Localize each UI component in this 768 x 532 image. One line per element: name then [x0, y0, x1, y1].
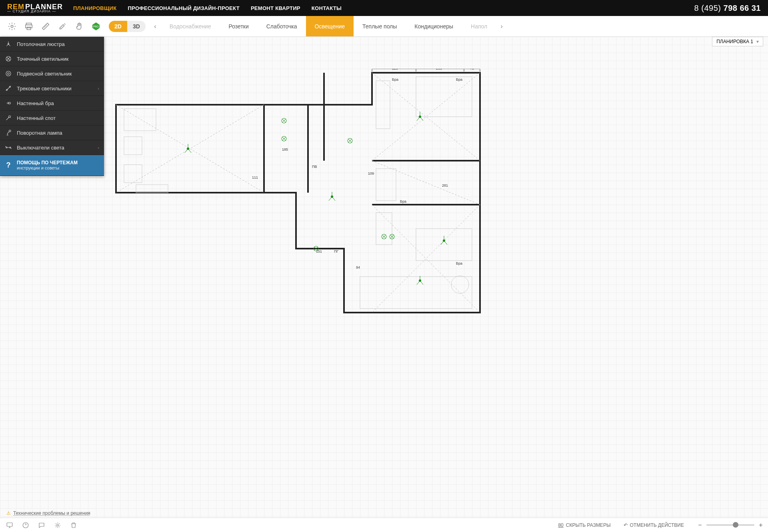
tab-ac[interactable]: Кондиционеры [406, 16, 462, 36]
settings-gear-icon[interactable] [5, 19, 19, 34]
tab-flooring[interactable]: Напол [462, 16, 496, 36]
logo-sub: — СТУДИЯ ДИЗАЙНА — [7, 10, 63, 13]
phone-prefix: 8 (495) [694, 4, 724, 12]
nav-contacts[interactable]: КОНТАКТЫ [312, 5, 342, 11]
hand-icon[interactable] [72, 19, 86, 34]
view-3d[interactable]: 3D [127, 21, 146, 32]
tools-icon[interactable] [55, 19, 70, 34]
nav-design[interactable]: ПРОФЕССИОНАЛЬНЫЙ ДИЗАЙН-ПРОЕКТ [128, 5, 239, 11]
view-2d[interactable]: 2D [109, 21, 127, 32]
tab-water[interactable]: Водоснабжение [161, 16, 220, 36]
tab-heatedfloor[interactable]: Теплые полы [354, 16, 406, 36]
svg-rect-3 [27, 27, 30, 29]
header-phone: 8 (495) 798 66 31 [694, 4, 761, 13]
tab-lighting[interactable]: Освещение [306, 16, 354, 36]
tool-icons: PRO [3, 19, 105, 34]
tabs-prev-icon[interactable]: ‹ [150, 16, 161, 36]
svg-point-0 [11, 25, 13, 28]
category-tabs: ‹ Водоснабжение Розетки Слаботочка Освещ… [150, 16, 765, 36]
tab-lowcurrent[interactable]: Слаботочка [258, 16, 306, 36]
main-nav: ПЛАНИРОВЩИК ПРОФЕССИОНАЛЬНЫЙ ДИЗАЙН-ПРОЕ… [73, 5, 342, 11]
top-header: REM PLANNER — СТУДИЯ ДИЗАЙНА — ПЛАНИРОВЩ… [0, 0, 768, 16]
pro-badge-icon[interactable]: PRO [89, 19, 103, 34]
phone-number: 798 66 31 [724, 4, 761, 12]
tabs-next-icon[interactable]: › [496, 16, 507, 36]
nav-renovation[interactable]: РЕМОНТ КВАРТИР [251, 5, 300, 11]
tab-sockets[interactable]: Розетки [220, 16, 257, 36]
logo[interactable]: REM PLANNER — СТУДИЯ ДИЗАЙНА — [7, 3, 63, 13]
nav-planner[interactable]: ПЛАНИРОВЩИК [73, 5, 116, 11]
svg-text:PRO: PRO [93, 25, 99, 28]
toolbar: PRO 2D 3D ‹ Водоснабжение Розетки Слабот… [0, 16, 768, 37]
print-icon[interactable] [22, 19, 36, 34]
ruler-icon[interactable] [38, 19, 53, 34]
view-toggle: 2D 3D [109, 21, 146, 32]
